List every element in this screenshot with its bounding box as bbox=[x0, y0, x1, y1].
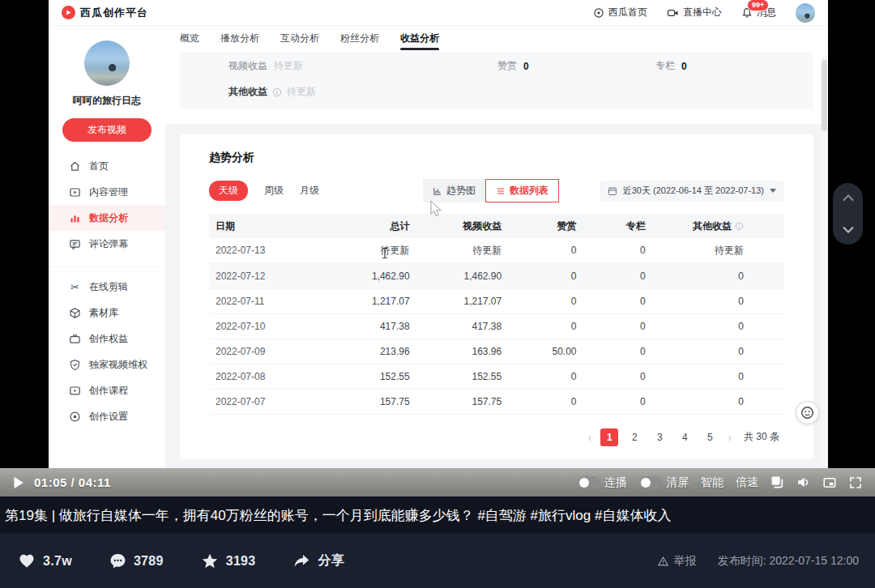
playlist-panels-button[interactable] bbox=[770, 475, 784, 489]
video-meta-right: 举报 发布时间: 2022-07-15 12:00 bbox=[657, 554, 859, 569]
clear-screen-label: 清屏 bbox=[666, 475, 689, 490]
granularity-monthly[interactable]: 月级 bbox=[300, 184, 319, 198]
video-player-stage: 西瓜创作平台 西瓜首页 直播中心 消息 99+ bbox=[0, 0, 875, 588]
star-icon bbox=[201, 552, 219, 569]
video-actions-bar: 3.7w 3789 3193 分享 举报 发布时间: 2022-07-15 12… bbox=[0, 534, 875, 588]
topnav-xigua-home[interactable]: 西瓜首页 bbox=[593, 6, 647, 19]
topnav: 西瓜首页 直播中心 消息 99+ bbox=[593, 3, 815, 23]
sidebar-item-video-protection[interactable]: 独家视频维权 bbox=[49, 352, 165, 377]
info-icon[interactable] bbox=[272, 87, 282, 97]
view-switch: 趋势图 数据列表 bbox=[423, 179, 559, 202]
topbar-avatar[interactable] bbox=[796, 3, 815, 23]
cell-date: 2022-07-08 bbox=[209, 364, 330, 389]
cell-date: 2022-07-11 bbox=[209, 288, 330, 313]
info-icon[interactable] bbox=[735, 222, 744, 231]
view-chart-button[interactable]: 趋势图 bbox=[423, 179, 485, 202]
page-5[interactable]: 5 bbox=[701, 428, 719, 446]
course-screen-icon bbox=[69, 385, 81, 397]
sidebar-item-creator-course[interactable]: 创作课程 bbox=[49, 377, 165, 403]
table-row: 2022-07-10417.38417.38000 bbox=[209, 313, 784, 339]
report-label: 举报 bbox=[674, 554, 697, 569]
picture-in-picture-button[interactable] bbox=[822, 476, 837, 489]
analysis-tabbar: 概览 播放分析 互动分析 粉丝分析 收益分析 bbox=[165, 26, 828, 50]
user-avatar[interactable] bbox=[84, 40, 130, 86]
page-1[interactable]: 1 bbox=[600, 428, 618, 446]
sidebar-item-home[interactable]: 首页 bbox=[49, 153, 165, 179]
playback-speed-button[interactable]: 倍速 bbox=[736, 475, 758, 490]
total-count: 共 30 条 bbox=[744, 430, 779, 444]
tab-interaction-analysis[interactable]: 互动分析 bbox=[280, 26, 319, 50]
play-button[interactable] bbox=[13, 476, 24, 489]
pagination: ‹ 1 2 3 4 5 › 共 30 条 bbox=[209, 428, 784, 446]
scrollbar-thumb[interactable] bbox=[822, 60, 827, 131]
sidebar-item-creator-rights[interactable]: 创作权益 bbox=[49, 326, 165, 352]
cell-other: 0 bbox=[652, 389, 784, 414]
fullscreen-button[interactable] bbox=[849, 476, 862, 489]
tab-label: 播放分析 bbox=[220, 32, 259, 45]
favorite-button[interactable]: 3193 bbox=[201, 552, 256, 569]
data-list-icon bbox=[496, 186, 506, 196]
reward-value: 0 bbox=[523, 61, 529, 72]
cell-video-income: 待更新 bbox=[416, 238, 509, 263]
sidebar-item-label: 内容管理 bbox=[89, 187, 128, 197]
sidebar-item-label: 创作课程 bbox=[89, 386, 128, 395]
sidebar-item-online-edit[interactable]: ✂ 在线剪辑 bbox=[49, 274, 165, 300]
report-warning-icon bbox=[657, 556, 669, 567]
granularity-weekly[interactable]: 周级 bbox=[264, 184, 284, 198]
calendar-icon bbox=[608, 186, 617, 196]
username: 呵呵的旅行日志 bbox=[49, 94, 165, 108]
smart-button[interactable]: 智能 bbox=[701, 475, 723, 490]
volume-icon bbox=[796, 475, 810, 489]
page-4[interactable]: 4 bbox=[676, 428, 694, 446]
publish-video-button[interactable]: 发布视频 bbox=[62, 118, 152, 142]
cell-other: 0 bbox=[652, 313, 784, 339]
clear-screen-toggle[interactable]: 清屏 bbox=[639, 475, 689, 490]
chevron-down-icon bbox=[770, 189, 776, 193]
play-icon bbox=[13, 476, 24, 489]
table-row: 2022-07-07157.75157.75000 bbox=[209, 389, 784, 414]
table-header-row: 日期 总计 视频收益 赞赏 专栏 其他收益 bbox=[209, 214, 784, 238]
comment-button[interactable]: 3789 bbox=[109, 552, 164, 569]
tab-play-analysis[interactable]: 播放分析 bbox=[220, 26, 259, 50]
time-display: 01:05 / 04:11 bbox=[34, 475, 111, 489]
cell-column: 0 bbox=[583, 263, 651, 288]
video-income-value: 待更新 bbox=[274, 59, 303, 73]
cell-other: 0 bbox=[652, 364, 784, 389]
report-button[interactable]: 举报 bbox=[657, 554, 697, 569]
player-control-bar: 01:05 / 04:11 连播 清屏 智能 倍速 bbox=[0, 468, 875, 496]
sidebar-item-content[interactable]: 内容管理 bbox=[49, 179, 165, 205]
table-row: 2022-07-13待更新待更新00待更新 bbox=[209, 238, 784, 263]
tab-overview[interactable]: 概览 bbox=[180, 26, 199, 50]
trend-card: 趋势分析 天级 周级 月级 趋势图 bbox=[180, 134, 813, 459]
next-video-button[interactable] bbox=[842, 226, 855, 234]
topnav-live-center[interactable]: 直播中心 bbox=[667, 6, 722, 19]
next-page-button[interactable]: › bbox=[726, 431, 733, 444]
feedback-button[interactable] bbox=[796, 401, 819, 424]
income-summary-section: 视频收益 待更新 赞赏 0 专栏 0 其他收益 bbox=[165, 50, 828, 124]
sidebar-item-comments[interactable]: 评论弹幕 bbox=[49, 231, 165, 257]
topnav-messages[interactable]: 消息 99+ bbox=[741, 6, 776, 19]
date-range-picker[interactable]: 近30天 (2022-06-14 至 2022-07-13) bbox=[600, 181, 784, 201]
page-2[interactable]: 2 bbox=[625, 428, 643, 446]
sidebar-item-material-library[interactable]: 素材库 bbox=[49, 300, 165, 326]
view-table-button[interactable]: 数据列表 bbox=[485, 179, 559, 202]
like-button[interactable]: 3.7w bbox=[18, 552, 72, 569]
sidebar-item-creator-settings[interactable]: 创作设置 bbox=[49, 403, 165, 429]
volume-button[interactable] bbox=[796, 475, 810, 489]
granularity-daily[interactable]: 天级 bbox=[209, 181, 248, 201]
app-logo[interactable]: 西瓜创作平台 bbox=[62, 6, 148, 20]
share-button[interactable]: 分享 bbox=[292, 552, 344, 569]
tab-label: 互动分析 bbox=[280, 32, 319, 45]
view-table-label: 数据列表 bbox=[510, 184, 548, 198]
previous-video-button[interactable] bbox=[842, 194, 855, 202]
tab-fans-analysis[interactable]: 粉丝分析 bbox=[340, 26, 379, 50]
page-3[interactable]: 3 bbox=[651, 428, 668, 446]
col-total: 总计 bbox=[330, 214, 416, 238]
trend-title: 趋势分析 bbox=[209, 151, 784, 165]
prev-page-button[interactable]: ‹ bbox=[587, 431, 594, 444]
autoplay-toggle[interactable]: 连播 bbox=[578, 475, 627, 490]
tab-income-analysis[interactable]: 收益分析 bbox=[400, 26, 439, 50]
sidebar-item-data-analysis[interactable]: 数据分析 bbox=[49, 205, 165, 231]
chevron-down-icon bbox=[842, 226, 855, 234]
video-manage-icon bbox=[69, 186, 81, 198]
